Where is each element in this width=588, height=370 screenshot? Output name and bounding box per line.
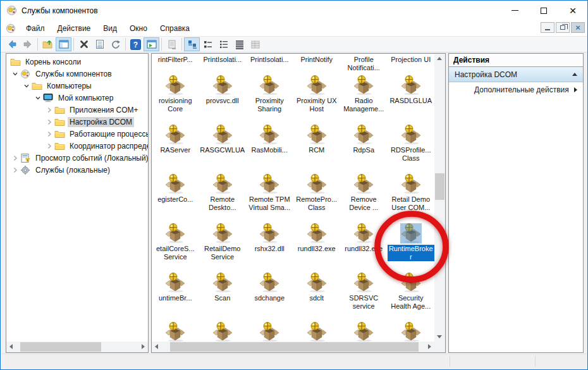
- chevron-right-icon[interactable]: [44, 129, 54, 139]
- scroll-left-button[interactable]: [152, 342, 162, 352]
- menu-item-3[interactable]: Окно: [123, 22, 154, 35]
- minimize-button[interactable]: [500, 1, 529, 20]
- export-list-button[interactable]: [164, 37, 180, 51]
- tree-item[interactable]: Корень консоли: [6, 56, 148, 68]
- tree-item[interactable]: Настройка DCOM: [6, 116, 148, 128]
- chevron-right-icon[interactable]: [10, 153, 20, 163]
- close-button[interactable]: ×: [558, 1, 587, 20]
- dcom-item[interactable]: rundll32.exe: [340, 221, 388, 270]
- tree-scroll-track[interactable]: [17, 342, 137, 352]
- view-small-icons-button[interactable]: [200, 37, 216, 51]
- tree-item[interactable]: Службы компонентов: [6, 68, 148, 80]
- dcom-item[interactable]: RCM: [293, 122, 341, 171]
- tree-item[interactable]: Координатор распреде: [6, 140, 148, 152]
- tree-item[interactable]: Просмотр событий (Локальный): [6, 152, 148, 164]
- dcom-item-partial[interactable]: [340, 319, 388, 342]
- dcom-item[interactable]: etailCoreS... Service: [152, 221, 199, 270]
- dcom-item-label-partial[interactable]: Projection UI: [388, 54, 435, 73]
- mdi-minimize-button[interactable]: [541, 22, 554, 33]
- menu-item-2[interactable]: Вид: [97, 22, 123, 35]
- dcom-item-label-partial[interactable]: PrintNotify: [293, 54, 341, 73]
- dcom-item[interactable]: RASGCWLUA: [199, 122, 247, 171]
- list-vertical-scrollbar[interactable]: [434, 54, 445, 342]
- tree-item[interactable]: Службы (локальные): [6, 164, 148, 176]
- dcom-item[interactable]: SDRSVC service: [340, 270, 388, 319]
- chevron-right-icon[interactable]: [44, 141, 54, 151]
- dcom-item[interactable]: RemotePro... Class: [293, 171, 341, 221]
- view-tiles-button[interactable]: [247, 37, 263, 51]
- dcom-item[interactable]: RAServer: [152, 122, 199, 171]
- dcom-item-selected[interactable]: RuntimeBroker: [388, 221, 435, 270]
- menu-item-1[interactable]: Действие: [51, 22, 97, 35]
- actions-section-dcom-config[interactable]: Настройка DCOM: [449, 67, 583, 82]
- dcom-item[interactable]: Remote TPM Virtual Sma...: [246, 171, 293, 221]
- view-details-button[interactable]: [231, 37, 247, 51]
- dcom-item[interactable]: sdclt: [293, 270, 341, 319]
- dcom-item-label-partial[interactable]: PrintIsolati...: [199, 54, 247, 73]
- actions-item-more-actions[interactable]: Дополнительные действия: [449, 82, 583, 97]
- dcom-item-partial[interactable]: [388, 319, 435, 342]
- chevron-down-icon[interactable]: [33, 93, 43, 103]
- tree-scroll-thumb[interactable]: [20, 342, 101, 352]
- chevron-right-icon[interactable]: [44, 117, 54, 127]
- back-button[interactable]: [4, 37, 20, 51]
- dcom-item[interactable]: sdchange: [246, 270, 293, 319]
- dcom-item-partial[interactable]: [246, 319, 293, 342]
- dcom-item-label-partial[interactable]: Profile Notificati...: [340, 54, 388, 73]
- chevron-down-icon[interactable]: [10, 69, 20, 79]
- collapse-section-icon[interactable]: [572, 73, 577, 76]
- dcom-item[interactable]: RASDLGLUA: [388, 73, 435, 122]
- view-large-icons-button[interactable]: [184, 37, 200, 51]
- tree-item[interactable]: Мой компьютер: [6, 92, 148, 104]
- menu-item-0[interactable]: Файл: [20, 22, 51, 35]
- dcom-item[interactable]: RasMobili...: [246, 122, 293, 171]
- mdi-restore-button[interactable]: [556, 22, 570, 33]
- dcom-item[interactable]: Proximity Sharing: [246, 73, 293, 122]
- dcom-item-label-partial[interactable]: rintFilterP...: [152, 54, 199, 73]
- dcom-item[interactable]: Radio Manageme...: [340, 73, 388, 122]
- dcom-item-label-partial[interactable]: PrintIsolati...: [246, 54, 293, 73]
- scroll-left-button[interactable]: [6, 342, 17, 352]
- view-list-button[interactable]: [216, 37, 231, 51]
- chevron-right-icon[interactable]: [44, 105, 54, 115]
- dcom-item[interactable]: Security Health Age...: [388, 270, 435, 319]
- refresh-button[interactable]: [107, 37, 123, 51]
- tree-item[interactable]: Приложения COM+: [6, 104, 148, 116]
- dcom-item[interactable]: Remote Deskto...: [199, 171, 247, 221]
- dcom-item[interactable]: rovisioning Core: [152, 73, 199, 122]
- tree-item[interactable]: Работающие процессы: [6, 128, 148, 140]
- dcom-item[interactable]: Proximity UX Host: [293, 73, 341, 122]
- chevron-down-icon[interactable]: [21, 81, 32, 91]
- scroll-right-button[interactable]: [424, 342, 434, 352]
- dcom-item-partial[interactable]: [293, 319, 341, 342]
- scroll-down-button[interactable]: [434, 331, 445, 342]
- up-one-level-button[interactable]: [40, 37, 56, 51]
- menu-item-4[interactable]: Справка: [154, 22, 196, 35]
- dcom-item[interactable]: Scan: [199, 270, 247, 319]
- dcom-item[interactable]: RDSProfile... Class: [388, 122, 435, 171]
- dcom-item[interactable]: Remove Device ...: [340, 171, 388, 221]
- show-console-tree-button[interactable]: [56, 37, 71, 51]
- properties-button[interactable]: [92, 37, 107, 51]
- list-hscroll-track[interactable]: [162, 342, 424, 352]
- dcom-item[interactable]: RetailDemo Service: [199, 221, 247, 270]
- list-hscroll-thumb[interactable]: [170, 342, 419, 352]
- dcom-item[interactable]: rshx32.dll: [246, 221, 293, 270]
- scroll-right-button[interactable]: [137, 342, 148, 352]
- forward-button[interactable]: [20, 37, 35, 51]
- dcom-item-partial[interactable]: [199, 319, 247, 342]
- dcom-item[interactable]: egisterCo...: [152, 171, 199, 221]
- chevron-right-icon[interactable]: [10, 165, 20, 175]
- dcom-item-partial[interactable]: [152, 319, 199, 342]
- list-horizontal-scrollbar[interactable]: [152, 342, 434, 352]
- tree-horizontal-scrollbar[interactable]: [6, 342, 148, 352]
- maximize-button[interactable]: [529, 1, 558, 20]
- dcom-item[interactable]: untimeBr...: [152, 270, 199, 319]
- dcom-item[interactable]: rundll32.exe: [293, 221, 341, 270]
- list-vscroll-thumb[interactable]: [435, 173, 444, 200]
- help-button[interactable]: ?: [128, 37, 144, 51]
- dcom-item[interactable]: Retail Demo User COM...: [388, 171, 435, 221]
- dcom-item[interactable]: provsvc.dll: [199, 73, 247, 122]
- delete-button[interactable]: [76, 37, 92, 51]
- mdi-close-button[interactable]: ×: [571, 22, 585, 33]
